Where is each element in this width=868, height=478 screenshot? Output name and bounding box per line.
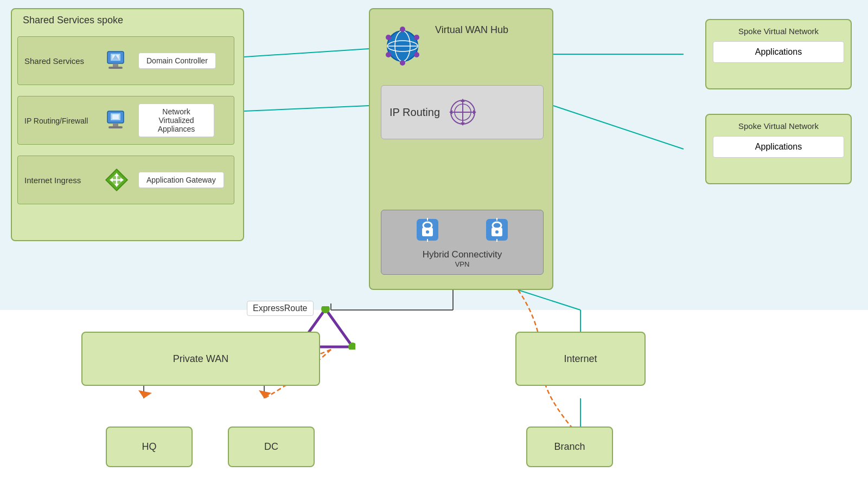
shared-services-row-2: IP Routing/Firewall Network Virtualized … [17,96,234,145]
move-lock-icon-right [484,217,510,243]
dc-box: DC [228,427,315,467]
svg-rect-20 [113,123,118,126]
wan-hub-label: Virtual WAN Hub [435,24,508,36]
svg-rect-22 [112,114,119,119]
server-icon-2 [103,107,130,134]
globe-icon [381,24,424,68]
svg-line-0 [244,49,369,57]
ip-routing-box: IP Routing [381,85,544,139]
svg-point-36 [414,35,419,40]
main-canvas: Shared Services spoke Shared Services [0,0,868,478]
svg-rect-21 [108,126,123,128]
shared-services-spoke: Shared Services spoke Shared Services [11,8,244,241]
network-appliances-label: Network Virtualized Appliances [138,104,214,137]
svg-rect-15 [108,67,123,69]
svg-point-38 [400,60,405,66]
internet-box: Internet [515,332,646,386]
app-gateway-icon [103,166,130,193]
row3-label: Internet Ingress [24,176,100,185]
application-gateway-label: Application Gateway [138,172,224,188]
svg-rect-14 [113,63,118,67]
svg-point-37 [414,52,419,57]
wan-hub-area: Virtual WAN Hub IP Routing [369,8,553,290]
move-lock-icon-left [414,217,441,243]
server-icon [103,47,130,74]
shared-services-row-3: Internet Ingress Application Gateway [17,156,234,204]
row1-label: Shared Services [24,56,100,66]
hybrid-right-icon [484,217,510,245]
domain-controller-label: Domain Controller [138,53,216,69]
svg-point-35 [400,27,405,32]
ip-routing-label: IP Routing [390,106,440,119]
svg-point-52 [426,230,429,234]
hq-box: HQ [106,427,193,467]
hybrid-icons-row [414,217,510,245]
shared-services-spoke-label: Shared Services spoke [23,15,123,26]
spoke-vnet-2-app: Applications [713,136,844,158]
svg-line-7 [518,290,580,310]
row1-icon [100,44,133,77]
svg-point-58 [495,230,499,234]
vpn-label: VPN [455,260,470,268]
row2-label: IP Routing/Firewall [24,116,100,125]
ip-routing-icon [448,98,478,127]
spoke-vnet-1-app: Applications [713,41,844,63]
branch-box: Branch [526,427,613,467]
shared-services-row-1: Shared Services Domain Controller [17,36,234,85]
spoke-vnet-1-title: Spoke Virtual Network [713,27,844,36]
row2-icon [100,104,133,137]
spoke-vnet-2-title: Spoke Virtual Network [713,121,844,131]
svg-point-39 [386,52,391,57]
private-wan-box: Private WAN [81,332,320,386]
svg-line-3 [553,106,684,149]
wan-hub-globe-icon [383,27,422,66]
spoke-vnet-1: Spoke Virtual Network Applications [705,19,852,89]
svg-point-40 [386,35,391,40]
hybrid-connectivity-label: Hybrid Connectivity [423,249,502,260]
svg-line-1 [244,106,369,111]
hybrid-connectivity-box: Hybrid Connectivity VPN [381,210,544,275]
hybrid-left-icon [414,217,441,245]
row3-icon [100,164,133,196]
spoke-vnet-2: Spoke Virtual Network Applications [705,114,852,184]
